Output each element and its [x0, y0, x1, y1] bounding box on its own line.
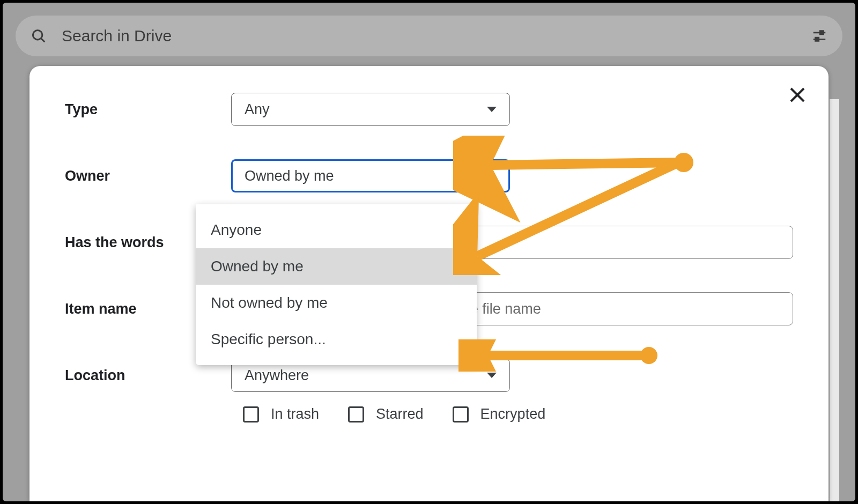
owner-option-owned-by-me[interactable]: Owned by me: [196, 248, 477, 285]
checkbox-row: In trash Starred Encrypted: [243, 406, 793, 423]
owner-option-specific-person[interactable]: Specific person...: [196, 321, 477, 358]
owner-dropdown: Anyone Owned by me Not owned by me Speci…: [196, 204, 477, 365]
label-owner: Owner: [65, 168, 231, 184]
chevron-down-icon: [487, 107, 497, 112]
label-location: Location: [65, 367, 231, 384]
search-icon: [31, 28, 47, 44]
svg-rect-4: [820, 31, 823, 34]
checkbox-in-trash[interactable]: In trash: [243, 406, 319, 423]
select-type[interactable]: Any: [231, 93, 510, 126]
checkbox-in-trash-label: In trash: [271, 406, 319, 423]
select-owner-value: Owned by me: [245, 168, 334, 184]
checkbox-box: [348, 406, 364, 423]
select-type-value: Any: [245, 101, 270, 118]
owner-option-not-owned-by-me[interactable]: Not owned by me: [196, 285, 477, 321]
search-input[interactable]: [62, 27, 811, 45]
advanced-search-panel: Type Any Owner Owned by me Has the words: [29, 66, 829, 501]
svg-line-1: [41, 39, 45, 42]
select-location-value: Anywhere: [245, 367, 309, 384]
chevron-up-icon: [487, 173, 497, 179]
checkbox-starred-label: Starred: [376, 406, 424, 423]
checkbox-encrypted[interactable]: Encrypted: [453, 406, 546, 423]
app-frame: Type Any Owner Owned by me Has the words: [0, 0, 858, 504]
owner-option-anyone[interactable]: Anyone: [196, 212, 477, 248]
chevron-down-icon: [487, 373, 497, 378]
checkbox-encrypted-label: Encrypted: [480, 406, 546, 423]
tune-icon[interactable]: [811, 28, 827, 44]
select-owner[interactable]: Owned by me: [231, 159, 510, 192]
svg-point-0: [33, 30, 42, 40]
scrollbar-track[interactable]: [830, 99, 839, 501]
search-bar[interactable]: [16, 16, 842, 56]
svg-rect-5: [816, 38, 819, 41]
app-background: Type Any Owner Owned by me Has the words: [3, 3, 855, 501]
checkbox-box: [243, 406, 259, 423]
row-type: Type Any: [65, 93, 793, 126]
row-owner: Owner Owned by me: [65, 159, 793, 192]
label-type: Type: [65, 101, 231, 118]
checkbox-box: [453, 406, 469, 423]
checkbox-starred[interactable]: Starred: [348, 406, 424, 423]
